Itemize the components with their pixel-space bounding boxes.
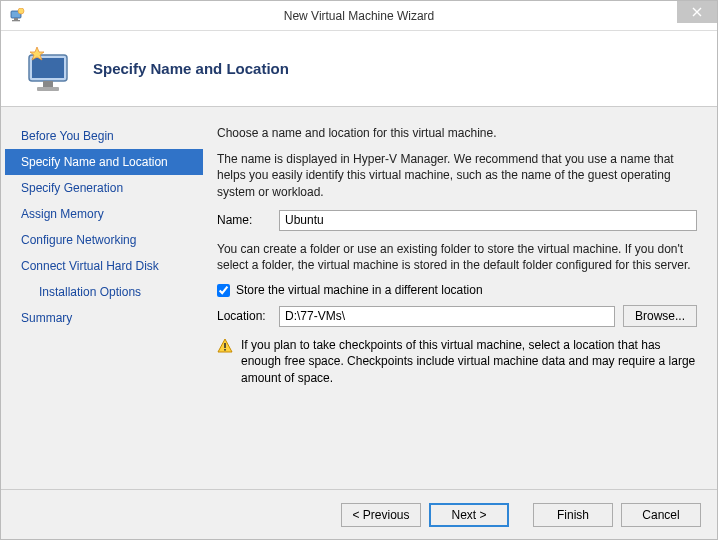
cancel-button[interactable]: Cancel xyxy=(621,503,701,527)
warning-icon xyxy=(217,338,233,354)
wizard-steps-sidebar: Before You BeginSpecify Name and Locatio… xyxy=(5,111,203,485)
svg-rect-1 xyxy=(14,18,18,20)
page-title: Specify Name and Location xyxy=(93,60,289,77)
sidebar-step-0[interactable]: Before You Begin xyxy=(5,123,203,149)
sidebar-step-2[interactable]: Specify Generation xyxy=(5,175,203,201)
name-input[interactable] xyxy=(279,210,697,231)
name-label: Name: xyxy=(217,213,271,227)
svg-rect-10 xyxy=(224,343,226,348)
sidebar-step-4[interactable]: Configure Networking xyxy=(5,227,203,253)
titlebar: New Virtual Machine Wizard xyxy=(1,1,717,31)
sidebar-step-5[interactable]: Connect Virtual Hard Disk xyxy=(5,253,203,279)
svg-rect-11 xyxy=(224,349,226,351)
store-different-location-row: Store the virtual machine in a different… xyxy=(217,283,697,297)
location-label: Location: xyxy=(217,309,271,323)
wizard-body: Before You BeginSpecify Name and Locatio… xyxy=(1,107,717,489)
browse-button[interactable]: Browse... xyxy=(623,305,697,327)
next-button[interactable]: Next > xyxy=(429,503,509,527)
wizard-window: New Virtual Machine Wizard Specify Name … xyxy=(0,0,718,540)
sidebar-step-1[interactable]: Specify Name and Location xyxy=(5,149,203,175)
sidebar-step-3[interactable]: Assign Memory xyxy=(5,201,203,227)
previous-button[interactable]: < Previous xyxy=(341,503,421,527)
location-input[interactable] xyxy=(279,306,615,327)
folder-description-text: You can create a folder or use an existi… xyxy=(217,241,697,273)
store-different-location-label[interactable]: Store the virtual machine in a different… xyxy=(236,283,483,297)
location-row: Location: Browse... xyxy=(217,305,697,327)
svg-rect-6 xyxy=(43,81,53,87)
sidebar-step-7[interactable]: Summary xyxy=(5,305,203,331)
svg-rect-5 xyxy=(32,58,64,78)
svg-rect-7 xyxy=(37,87,59,91)
warning-row: If you plan to take checkpoints of this … xyxy=(217,337,697,386)
window-title: New Virtual Machine Wizard xyxy=(284,9,435,23)
svg-rect-2 xyxy=(12,20,20,21)
store-different-location-checkbox[interactable] xyxy=(217,284,230,297)
warning-text: If you plan to take checkpoints of this … xyxy=(241,337,697,386)
name-row: Name: xyxy=(217,210,697,231)
wizard-header: Specify Name and Location xyxy=(1,31,717,107)
sidebar-step-6[interactable]: Installation Options xyxy=(5,279,203,305)
wizard-header-icon xyxy=(15,41,79,97)
description-text: The name is displayed in Hyper-V Manager… xyxy=(217,151,697,200)
close-button[interactable] xyxy=(677,1,717,23)
intro-text: Choose a name and location for this virt… xyxy=(217,125,697,141)
app-icon xyxy=(9,8,25,24)
svg-point-3 xyxy=(18,8,24,14)
wizard-footer: < Previous Next > Finish Cancel xyxy=(1,489,717,539)
finish-button[interactable]: Finish xyxy=(533,503,613,527)
wizard-main-panel: Choose a name and location for this virt… xyxy=(203,111,713,485)
close-icon xyxy=(692,5,702,20)
